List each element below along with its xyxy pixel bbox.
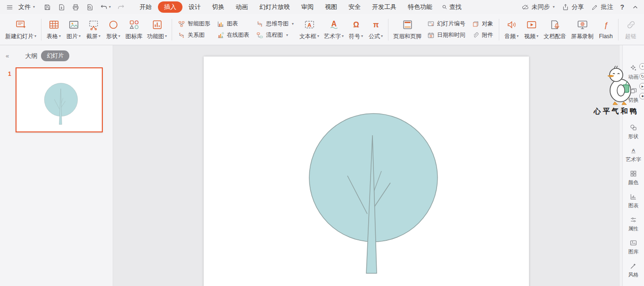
tab-slideshow[interactable]: 幻灯片放映: [254, 1, 295, 13]
print-preview-button[interactable]: [85, 2, 95, 12]
screen-record-icon: [577, 19, 588, 31]
ribbon-button-screen-record[interactable]: 屏幕录制: [569, 16, 596, 44]
chevron-down-icon: ▾: [34, 34, 36, 38]
ribbon-button-textbox[interactable]: 文本框▾: [297, 16, 322, 44]
wordart-icon: [328, 19, 340, 31]
ribbon-button-icon-library[interactable]: 图标库: [123, 16, 145, 44]
search-button[interactable]: 查找: [441, 3, 462, 11]
duck-sticker[interactable]: [602, 64, 637, 106]
ribbon-button-flash[interactable]: Flash: [596, 16, 616, 44]
ribbon-button-mindmap[interactable]: 思维导图 ▾: [256, 20, 294, 28]
comment-button[interactable]: 批注: [591, 3, 613, 11]
tab-review[interactable]: 审阅: [296, 1, 319, 13]
flowchart-icon: [256, 32, 264, 39]
share-icon: [561, 3, 570, 11]
collapse-panel-icon[interactable]: «: [6, 52, 8, 59]
ribbon-button-image[interactable]: 图片▾: [64, 16, 83, 44]
tab-outline[interactable]: 大纲: [25, 52, 37, 60]
panel-item-chart[interactable]: 图表: [628, 193, 639, 209]
ribbon-button-shapes[interactable]: 形状▾: [103, 16, 123, 44]
tab-security[interactable]: 安全: [343, 1, 366, 13]
ribbon-button-flowchart[interactable]: 流程图 ▾: [256, 31, 294, 39]
ribbon-button-object[interactable]: 对象: [472, 20, 493, 28]
ribbon-button-header-footer[interactable]: 页眉和页脚: [391, 16, 424, 44]
smartart-icon: [178, 20, 185, 28]
undo-button[interactable]: ▾: [99, 2, 112, 12]
chevron-down-icon: ▾: [118, 34, 120, 38]
file-menu[interactable]: 文件 ▾: [16, 2, 38, 12]
panel-item-properties[interactable]: 属性: [628, 216, 639, 232]
ribbon-button-relation[interactable]: 关系图: [178, 31, 210, 39]
ribbon-button-chart[interactable]: 图表: [217, 20, 249, 28]
panel-item-style[interactable]: 风格: [628, 262, 639, 278]
slide[interactable]: [204, 57, 529, 286]
ribbon-button-doc-voice[interactable]: 文档配音: [541, 16, 569, 44]
sticker-more-icon[interactable]: ●: [639, 93, 644, 99]
panel-item-gallery[interactable]: 图库: [628, 239, 639, 255]
share-button[interactable]: 分享: [561, 3, 584, 11]
sticker-refresh-icon[interactable]: ↻: [639, 73, 644, 80]
chevron-down-icon: ▾: [79, 34, 81, 38]
sync-status-button[interactable]: 未同步 ▾: [521, 3, 554, 11]
chevron-down-icon: ▾: [165, 34, 167, 38]
tab-transition[interactable]: 切换: [207, 1, 230, 13]
table-icon: [48, 19, 60, 31]
ribbon-button-symbol[interactable]: 符号▾: [346, 16, 366, 44]
export-button[interactable]: [57, 2, 66, 12]
panel-item-color[interactable]: 颜色: [628, 170, 639, 186]
panel-item-shapes[interactable]: 形状: [628, 123, 639, 140]
ribbon-button-datetime[interactable]: 日期和时间: [427, 31, 465, 39]
flash-icon: [600, 19, 612, 31]
sticker-controls: + ↻ ▸ ●: [639, 63, 644, 99]
ribbon-button-online-chart[interactable]: 在线图表: [217, 31, 249, 39]
preview-icon: [86, 3, 94, 11]
chevron-down-icon: ▾: [361, 34, 363, 38]
slide-number-icon: [427, 20, 435, 28]
slide-thumbnail[interactable]: [16, 67, 103, 132]
ribbon-button-new-slide[interactable]: 新建幻灯片▾: [3, 16, 39, 44]
help-button[interactable]: ?: [620, 3, 624, 11]
tree-drawing[interactable]: [204, 57, 529, 286]
ribbon-button-video[interactable]: 视频▾: [521, 16, 541, 44]
sticker-zoom-icon[interactable]: +: [639, 63, 644, 70]
panel-item-wordart[interactable]: 艺术字: [626, 147, 641, 163]
tab-view[interactable]: 视图: [320, 1, 342, 13]
ribbon-button-screenshot[interactable]: 截屏▾: [83, 16, 103, 44]
ribbon-button-audio[interactable]: 音频▾: [502, 16, 521, 44]
tab-design[interactable]: 设计: [183, 1, 206, 13]
wordart-icon: [629, 147, 637, 155]
tab-features[interactable]: 特色功能: [403, 1, 438, 13]
tab-animation[interactable]: 动画: [231, 1, 253, 13]
ribbon-button-hyperlink[interactable]: 超链: [621, 16, 641, 44]
chart-icon: [629, 193, 637, 201]
online-chart-icon: [217, 32, 224, 39]
tab-slides[interactable]: 幻灯片: [41, 50, 69, 61]
ribbon-button-func-chart[interactable]: 功能图▾: [145, 16, 169, 44]
ribbon-button-smartart[interactable]: 智能图形: [178, 20, 210, 28]
redo-button[interactable]: [116, 2, 126, 12]
relation-diagram-icon: [178, 32, 185, 39]
ribbon-button-attachment[interactable]: 附件: [472, 31, 493, 39]
collapse-ribbon-button[interactable]: [631, 3, 639, 11]
save-icon: [43, 3, 51, 11]
ribbon-button-slide-number[interactable]: 幻灯片编号: [427, 20, 465, 28]
hyperlink-icon: [625, 19, 637, 31]
tab-devtools[interactable]: 开发工具: [367, 1, 402, 13]
menubar: 文件 ▾ ▾ 开始 插入 设计 切换 动画 幻灯片放映 审阅 视图 安全 开发工…: [0, 0, 644, 14]
print-button[interactable]: [71, 2, 81, 12]
gallery-icon: [629, 239, 637, 247]
print-icon: [72, 3, 80, 11]
ribbon-button-formula[interactable]: 公式▾: [366, 16, 386, 44]
ribbon-button-table[interactable]: 表格▾: [44, 16, 64, 44]
save-button[interactable]: [42, 2, 52, 12]
chevron-down-icon: ▾: [99, 34, 100, 38]
ribbon-button-wordart[interactable]: 艺术字▾: [322, 16, 346, 44]
tab-insert[interactable]: 插入: [158, 1, 182, 13]
tab-home[interactable]: 开始: [134, 1, 157, 13]
cloud-sync-icon: [521, 3, 529, 11]
export-icon: [58, 3, 66, 11]
sticker-play-icon[interactable]: ▸: [639, 83, 644, 90]
hamburger-menu-icon[interactable]: [5, 2, 15, 12]
editing-canvas[interactable]: [113, 45, 619, 286]
menubar-right: 未同步 ▾ 分享 批注 ?: [521, 3, 639, 11]
